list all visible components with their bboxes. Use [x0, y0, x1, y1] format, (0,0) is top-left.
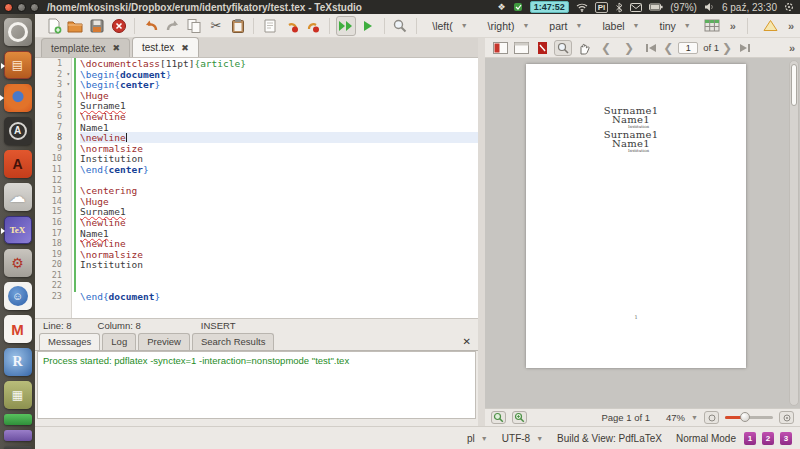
timer-applet[interactable]: 1:47:52 — [530, 1, 569, 13]
line-number[interactable]: 23 — [35, 291, 71, 302]
battery-icon[interactable] — [649, 3, 663, 11]
zoom-in-icon[interactable] — [512, 411, 527, 424]
line-number[interactable]: 11 — [35, 164, 71, 175]
sectioning-dropdown[interactable]: part▼ — [549, 20, 582, 32]
close-file-icon[interactable] — [109, 16, 129, 36]
undo-icon[interactable] — [141, 16, 161, 36]
line-number[interactable]: 22 — [35, 280, 71, 291]
next-bookmark-icon[interactable] — [304, 16, 324, 36]
last-page-icon[interactable] — [735, 40, 753, 56]
build-and-view-button[interactable] — [336, 16, 356, 36]
code-line[interactable] — [80, 280, 478, 291]
close-tab-icon[interactable]: ✖ — [112, 43, 120, 53]
pdf-viewer[interactable]: Surname1 Name1 Institution Surname1 Name… — [485, 58, 800, 408]
fullscreen-viewer-icon[interactable] — [512, 40, 530, 56]
bookmark-1-icon[interactable]: 1 — [744, 432, 756, 445]
code-line[interactable]: \normalsize — [80, 143, 478, 154]
fold-marker-icon[interactable]: ▾ — [66, 69, 70, 80]
session-gear-icon[interactable] — [784, 2, 794, 12]
line-number[interactable]: 2▾ — [35, 69, 71, 80]
cut-icon[interactable]: ✂ — [206, 16, 226, 36]
code-line[interactable]: \normalsize — [80, 249, 478, 260]
code-line[interactable] — [80, 270, 478, 281]
code-line[interactable]: \Huge — [80, 90, 478, 101]
tab-search-results[interactable]: Search Results — [192, 333, 274, 350]
new-file-icon[interactable] — [44, 16, 64, 36]
code-line[interactable]: \newline — [80, 238, 478, 249]
code-line[interactable] — [80, 175, 478, 186]
clock-date[interactable]: 6 paź, 23:30 — [722, 2, 777, 13]
code-line[interactable]: \begin{center} — [80, 79, 478, 90]
zoom-slider-knob[interactable] — [740, 412, 750, 422]
zoom-out-icon[interactable] — [491, 411, 506, 424]
line-number[interactable]: 15 — [35, 206, 71, 217]
right-delimiter-dropdown[interactable]: \right)▼ — [488, 20, 530, 32]
line-number[interactable]: 21 — [35, 270, 71, 281]
code-line[interactable]: Name1 — [80, 228, 478, 239]
paste-icon[interactable] — [228, 16, 248, 36]
launcher-item-files[interactable]: ▤ — [4, 51, 32, 79]
fontsize-dropdown[interactable]: tiny▼ — [660, 20, 691, 32]
code-line[interactable]: \centering — [80, 185, 478, 196]
launcher-item-tools[interactable]: ⚙ — [4, 249, 32, 277]
pdf-toolbar-overflow-icon[interactable]: » — [789, 42, 800, 54]
bookmark-2-icon[interactable]: 2 — [762, 432, 774, 445]
previous-page-icon[interactable]: ❮ — [663, 41, 673, 55]
launcher-item-rproject[interactable]: R — [4, 348, 32, 376]
volume-icon[interactable] — [704, 2, 715, 12]
launcher-item-photos[interactable]: ▦ — [4, 381, 32, 409]
sync-status-icon[interactable] — [513, 2, 523, 12]
left-delimiter-dropdown[interactable]: \left(▼ — [432, 20, 467, 32]
line-number[interactable]: 20 — [35, 259, 71, 270]
code-editor[interactable]: 12▾3▾4567891011121314151617181920212223 … — [35, 58, 478, 318]
window-close-button[interactable] — [4, 3, 13, 12]
table-icon[interactable] — [702, 16, 723, 36]
tab-test-tex[interactable]: test.tex ✖ — [132, 37, 199, 57]
external-viewer-icon[interactable] — [533, 40, 551, 56]
build-command-indicator[interactable]: Build & View: PdfLaTeX — [557, 433, 662, 444]
line-number[interactable]: 1 — [35, 58, 71, 69]
line-number[interactable]: 7 — [35, 122, 71, 133]
pdf-zoom-slider[interactable] — [725, 416, 773, 419]
launcher-item-sheep[interactable]: ☁ — [4, 183, 32, 211]
code-line[interactable]: \end{center} — [80, 164, 478, 175]
code-line[interactable]: \newline — [80, 111, 478, 122]
pane-splitter[interactable] — [478, 38, 485, 426]
redo-icon[interactable] — [163, 16, 183, 36]
code-line[interactable]: Institution — [80, 259, 478, 270]
close-tab-icon[interactable]: ✖ — [181, 43, 189, 53]
line-number[interactable]: 16 — [35, 217, 71, 228]
copy-icon[interactable] — [185, 16, 205, 36]
pdf-page[interactable]: Surname1 Name1 Institution Surname1 Name… — [526, 64, 746, 368]
zoom-slider-minus-button[interactable] — [704, 411, 719, 424]
wifi-icon[interactable] — [576, 2, 588, 12]
page-number-input[interactable]: 1 — [678, 42, 698, 54]
line-number[interactable]: 4 — [35, 90, 71, 101]
code-line[interactable]: \newline — [80, 132, 478, 143]
line-number[interactable]: 3▾ — [35, 79, 71, 90]
line-number[interactable]: 13 — [35, 185, 71, 196]
launcher-item-chat[interactable]: ☺ — [4, 282, 32, 310]
line-number[interactable]: 9 — [35, 143, 71, 154]
window-maximize-button[interactable] — [30, 3, 39, 12]
find-icon[interactable] — [391, 16, 411, 36]
window-minimize-button[interactable] — [17, 3, 26, 12]
toolbar-overflow-icon[interactable]: » — [730, 20, 736, 32]
launcher-item-texstudio[interactable]: TeX — [4, 216, 32, 244]
previous-bookmark-icon[interactable] — [282, 16, 302, 36]
launcher-item-ubuntu-dash[interactable] — [4, 18, 32, 46]
mode-indicator[interactable]: Normal Mode — [676, 433, 736, 444]
code-line[interactable]: \begin{document} — [80, 69, 478, 80]
open-file-icon[interactable] — [66, 16, 86, 36]
tab-template-tex[interactable]: template.tex ✖ — [41, 38, 130, 57]
line-number[interactable]: 8 — [35, 132, 71, 143]
toolbar-overflow-icon-2[interactable]: » — [788, 20, 794, 32]
launcher-item-updater[interactable]: A — [4, 117, 32, 145]
tab-preview[interactable]: Preview — [138, 333, 190, 350]
save-icon[interactable] — [87, 16, 107, 36]
line-number[interactable]: 17 — [35, 228, 71, 239]
fold-marker-icon[interactable]: ▾ — [66, 79, 70, 90]
line-number[interactable]: 12 — [35, 175, 71, 186]
launcher-item-installer[interactable]: A — [4, 150, 32, 178]
editor-code[interactable]: \documentclass[11pt]{article}\begin{docu… — [80, 58, 478, 318]
